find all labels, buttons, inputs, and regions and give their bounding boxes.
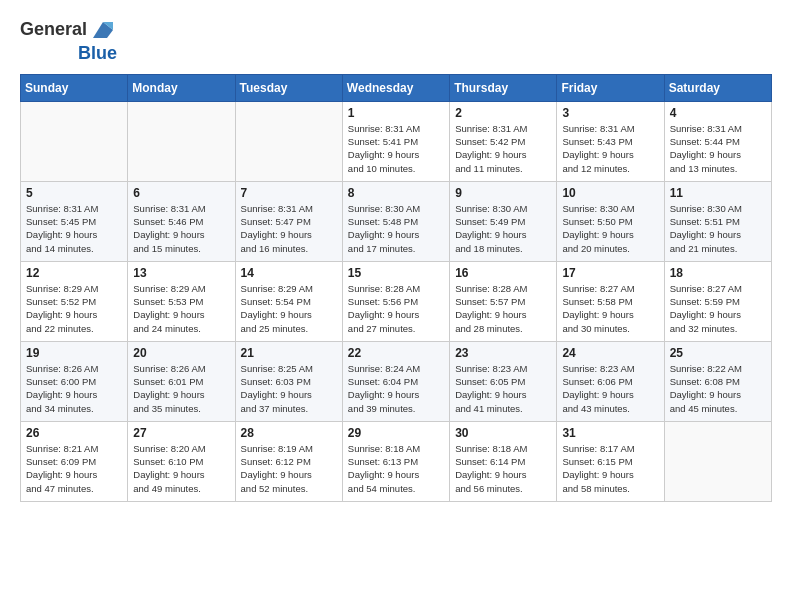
weekday-header-sunday: Sunday <box>21 74 128 101</box>
calendar-cell <box>128 101 235 181</box>
weekday-header-tuesday: Tuesday <box>235 74 342 101</box>
day-info: Sunrise: 8:30 AM Sunset: 5:48 PM Dayligh… <box>348 202 444 255</box>
calendar-cell: 24Sunrise: 8:23 AM Sunset: 6:06 PM Dayli… <box>557 341 664 421</box>
day-number: 18 <box>670 266 766 280</box>
day-info: Sunrise: 8:31 AM Sunset: 5:46 PM Dayligh… <box>133 202 229 255</box>
day-number: 1 <box>348 106 444 120</box>
calendar-cell: 29Sunrise: 8:18 AM Sunset: 6:13 PM Dayli… <box>342 421 449 501</box>
calendar-cell: 19Sunrise: 8:26 AM Sunset: 6:00 PM Dayli… <box>21 341 128 421</box>
calendar-cell: 4Sunrise: 8:31 AM Sunset: 5:44 PM Daylig… <box>664 101 771 181</box>
day-info: Sunrise: 8:18 AM Sunset: 6:13 PM Dayligh… <box>348 442 444 495</box>
calendar-cell: 2Sunrise: 8:31 AM Sunset: 5:42 PM Daylig… <box>450 101 557 181</box>
day-info: Sunrise: 8:26 AM Sunset: 6:01 PM Dayligh… <box>133 362 229 415</box>
day-number: 16 <box>455 266 551 280</box>
calendar-cell: 28Sunrise: 8:19 AM Sunset: 6:12 PM Dayli… <box>235 421 342 501</box>
calendar-cell: 1Sunrise: 8:31 AM Sunset: 5:41 PM Daylig… <box>342 101 449 181</box>
day-info: Sunrise: 8:18 AM Sunset: 6:14 PM Dayligh… <box>455 442 551 495</box>
calendar-cell: 31Sunrise: 8:17 AM Sunset: 6:15 PM Dayli… <box>557 421 664 501</box>
weekday-header-row: SundayMondayTuesdayWednesdayThursdayFrid… <box>21 74 772 101</box>
day-info: Sunrise: 8:31 AM Sunset: 5:45 PM Dayligh… <box>26 202 122 255</box>
day-number: 15 <box>348 266 444 280</box>
calendar-cell: 17Sunrise: 8:27 AM Sunset: 5:58 PM Dayli… <box>557 261 664 341</box>
logo-general: General <box>20 20 87 40</box>
day-info: Sunrise: 8:21 AM Sunset: 6:09 PM Dayligh… <box>26 442 122 495</box>
calendar-cell: 14Sunrise: 8:29 AM Sunset: 5:54 PM Dayli… <box>235 261 342 341</box>
calendar-cell <box>664 421 771 501</box>
day-number: 17 <box>562 266 658 280</box>
calendar-cell: 22Sunrise: 8:24 AM Sunset: 6:04 PM Dayli… <box>342 341 449 421</box>
weekday-header-monday: Monday <box>128 74 235 101</box>
logo-blue: Blue <box>78 44 117 64</box>
day-info: Sunrise: 8:29 AM Sunset: 5:52 PM Dayligh… <box>26 282 122 335</box>
day-info: Sunrise: 8:25 AM Sunset: 6:03 PM Dayligh… <box>241 362 337 415</box>
calendar-cell: 7Sunrise: 8:31 AM Sunset: 5:47 PM Daylig… <box>235 181 342 261</box>
day-number: 14 <box>241 266 337 280</box>
day-number: 28 <box>241 426 337 440</box>
day-info: Sunrise: 8:31 AM Sunset: 5:47 PM Dayligh… <box>241 202 337 255</box>
day-info: Sunrise: 8:30 AM Sunset: 5:49 PM Dayligh… <box>455 202 551 255</box>
day-number: 3 <box>562 106 658 120</box>
day-number: 31 <box>562 426 658 440</box>
calendar-cell: 3Sunrise: 8:31 AM Sunset: 5:43 PM Daylig… <box>557 101 664 181</box>
calendar-cell: 23Sunrise: 8:23 AM Sunset: 6:05 PM Dayli… <box>450 341 557 421</box>
logo: General Blue <box>20 16 117 64</box>
calendar-cell: 8Sunrise: 8:30 AM Sunset: 5:48 PM Daylig… <box>342 181 449 261</box>
week-row-1: 1Sunrise: 8:31 AM Sunset: 5:41 PM Daylig… <box>21 101 772 181</box>
day-number: 8 <box>348 186 444 200</box>
calendar-cell: 9Sunrise: 8:30 AM Sunset: 5:49 PM Daylig… <box>450 181 557 261</box>
calendar-cell: 11Sunrise: 8:30 AM Sunset: 5:51 PM Dayli… <box>664 181 771 261</box>
weekday-header-saturday: Saturday <box>664 74 771 101</box>
calendar-cell: 20Sunrise: 8:26 AM Sunset: 6:01 PM Dayli… <box>128 341 235 421</box>
day-info: Sunrise: 8:31 AM Sunset: 5:41 PM Dayligh… <box>348 122 444 175</box>
week-row-4: 19Sunrise: 8:26 AM Sunset: 6:00 PM Dayli… <box>21 341 772 421</box>
day-number: 5 <box>26 186 122 200</box>
weekday-header-wednesday: Wednesday <box>342 74 449 101</box>
weekday-header-friday: Friday <box>557 74 664 101</box>
day-number: 13 <box>133 266 229 280</box>
week-row-2: 5Sunrise: 8:31 AM Sunset: 5:45 PM Daylig… <box>21 181 772 261</box>
day-number: 11 <box>670 186 766 200</box>
day-info: Sunrise: 8:23 AM Sunset: 6:05 PM Dayligh… <box>455 362 551 415</box>
day-info: Sunrise: 8:26 AM Sunset: 6:00 PM Dayligh… <box>26 362 122 415</box>
day-info: Sunrise: 8:30 AM Sunset: 5:51 PM Dayligh… <box>670 202 766 255</box>
day-number: 19 <box>26 346 122 360</box>
day-number: 7 <box>241 186 337 200</box>
day-info: Sunrise: 8:31 AM Sunset: 5:44 PM Dayligh… <box>670 122 766 175</box>
day-info: Sunrise: 8:19 AM Sunset: 6:12 PM Dayligh… <box>241 442 337 495</box>
day-number: 25 <box>670 346 766 360</box>
day-info: Sunrise: 8:31 AM Sunset: 5:43 PM Dayligh… <box>562 122 658 175</box>
calendar-cell <box>21 101 128 181</box>
day-info: Sunrise: 8:17 AM Sunset: 6:15 PM Dayligh… <box>562 442 658 495</box>
logo-icon <box>89 16 117 44</box>
day-info: Sunrise: 8:29 AM Sunset: 5:53 PM Dayligh… <box>133 282 229 335</box>
day-info: Sunrise: 8:31 AM Sunset: 5:42 PM Dayligh… <box>455 122 551 175</box>
week-row-5: 26Sunrise: 8:21 AM Sunset: 6:09 PM Dayli… <box>21 421 772 501</box>
day-number: 24 <box>562 346 658 360</box>
day-number: 9 <box>455 186 551 200</box>
day-info: Sunrise: 8:20 AM Sunset: 6:10 PM Dayligh… <box>133 442 229 495</box>
day-number: 22 <box>348 346 444 360</box>
week-row-3: 12Sunrise: 8:29 AM Sunset: 5:52 PM Dayli… <box>21 261 772 341</box>
day-info: Sunrise: 8:28 AM Sunset: 5:56 PM Dayligh… <box>348 282 444 335</box>
calendar-cell: 6Sunrise: 8:31 AM Sunset: 5:46 PM Daylig… <box>128 181 235 261</box>
calendar-cell: 26Sunrise: 8:21 AM Sunset: 6:09 PM Dayli… <box>21 421 128 501</box>
calendar-table: SundayMondayTuesdayWednesdayThursdayFrid… <box>20 74 772 502</box>
day-info: Sunrise: 8:28 AM Sunset: 5:57 PM Dayligh… <box>455 282 551 335</box>
day-number: 21 <box>241 346 337 360</box>
day-number: 12 <box>26 266 122 280</box>
weekday-header-thursday: Thursday <box>450 74 557 101</box>
calendar-cell: 13Sunrise: 8:29 AM Sunset: 5:53 PM Dayli… <box>128 261 235 341</box>
calendar-cell: 25Sunrise: 8:22 AM Sunset: 6:08 PM Dayli… <box>664 341 771 421</box>
calendar-cell: 16Sunrise: 8:28 AM Sunset: 5:57 PM Dayli… <box>450 261 557 341</box>
page-header: General Blue <box>20 16 772 64</box>
day-info: Sunrise: 8:23 AM Sunset: 6:06 PM Dayligh… <box>562 362 658 415</box>
day-number: 29 <box>348 426 444 440</box>
day-number: 4 <box>670 106 766 120</box>
day-info: Sunrise: 8:24 AM Sunset: 6:04 PM Dayligh… <box>348 362 444 415</box>
calendar-cell: 30Sunrise: 8:18 AM Sunset: 6:14 PM Dayli… <box>450 421 557 501</box>
day-info: Sunrise: 8:27 AM Sunset: 5:58 PM Dayligh… <box>562 282 658 335</box>
calendar-cell: 5Sunrise: 8:31 AM Sunset: 5:45 PM Daylig… <box>21 181 128 261</box>
calendar-cell: 10Sunrise: 8:30 AM Sunset: 5:50 PM Dayli… <box>557 181 664 261</box>
day-number: 6 <box>133 186 229 200</box>
day-number: 27 <box>133 426 229 440</box>
